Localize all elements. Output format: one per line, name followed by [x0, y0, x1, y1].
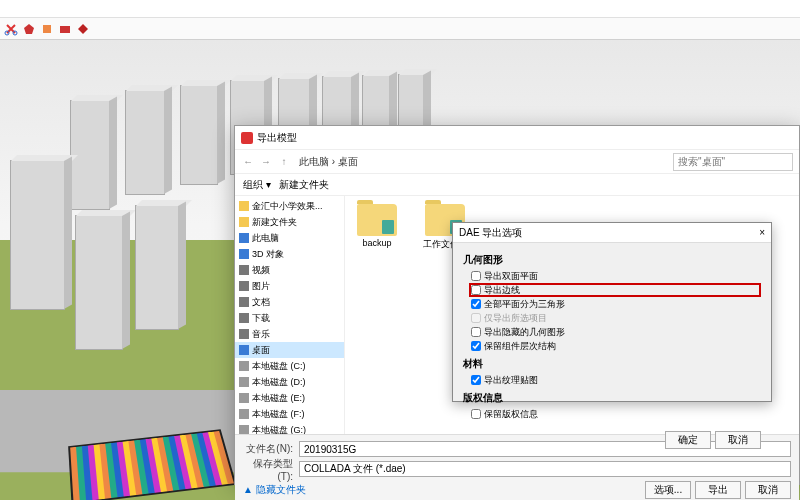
- close-icon[interactable]: ×: [759, 227, 765, 238]
- group-material: 材料: [463, 357, 761, 371]
- nav-forward-icon[interactable]: →: [259, 155, 273, 169]
- toolbar: [0, 18, 800, 40]
- menubar[interactable]: [0, 0, 800, 18]
- chk-texture[interactable]: [471, 375, 481, 385]
- svg-marker-5: [78, 24, 88, 34]
- tree-item[interactable]: 视频: [235, 262, 344, 278]
- search-input[interactable]: [673, 153, 793, 171]
- breadcrumb[interactable]: 此电脑 › 桌面: [295, 155, 669, 169]
- tree-item[interactable]: 音乐: [235, 326, 344, 342]
- tree-item[interactable]: 金汇中小学效果...: [235, 198, 344, 214]
- options-cancel-button[interactable]: 取消: [715, 431, 761, 449]
- toolbar-icon-5[interactable]: [76, 22, 90, 36]
- dialog-titlebar[interactable]: 导出模型: [235, 126, 799, 150]
- dialog-title: 导出模型: [257, 131, 297, 145]
- filename-label: 文件名(N):: [243, 442, 293, 456]
- chk-two-sided[interactable]: [471, 271, 481, 281]
- chk-hidden[interactable]: [471, 327, 481, 337]
- toolbar-icon-3[interactable]: [40, 22, 54, 36]
- tree-item[interactable]: 文档: [235, 294, 344, 310]
- app-icon: [241, 132, 253, 144]
- folder-tree[interactable]: 金汇中小学效果...新建文件夹此电脑3D 对象视频图片文档下载音乐桌面本地磁盘 …: [235, 196, 345, 434]
- filetype-select[interactable]: [299, 461, 791, 477]
- new-folder-button[interactable]: 新建文件夹: [279, 178, 329, 192]
- dialog-nav: ← → ↑ 此电脑 › 桌面: [235, 150, 799, 174]
- chk-copyright[interactable]: [471, 409, 481, 419]
- options-button[interactable]: 选项...: [645, 481, 691, 499]
- group-geometry: 几何图形: [463, 253, 761, 267]
- folder-item[interactable]: backup: [353, 204, 401, 248]
- toolbar-icon-2[interactable]: [22, 22, 36, 36]
- tree-item[interactable]: 本地磁盘 (G:): [235, 422, 344, 434]
- chk-selection: [471, 313, 481, 323]
- chk-hierarchy[interactable]: [471, 341, 481, 351]
- dae-options-dialog: DAE 导出选项 × 几何图形 导出双面平面 导出边线 全部平面分为三角形 仅导…: [452, 222, 772, 402]
- tree-item[interactable]: 本地磁盘 (D:): [235, 374, 344, 390]
- svg-rect-3: [43, 25, 51, 33]
- tree-item[interactable]: 新建文件夹: [235, 214, 344, 230]
- nav-back-icon[interactable]: ←: [241, 155, 255, 169]
- group-copyright: 版权信息: [463, 391, 761, 405]
- dialog-toolbar: 组织 ▾ 新建文件夹: [235, 174, 799, 196]
- tree-item[interactable]: 本地磁盘 (F:): [235, 406, 344, 422]
- options-title: DAE 导出选项: [459, 226, 522, 240]
- toolbar-icon-4[interactable]: [58, 22, 72, 36]
- svg-rect-4: [60, 26, 70, 33]
- tree-item[interactable]: 本地磁盘 (C:): [235, 358, 344, 374]
- nav-up-icon[interactable]: ↑: [277, 155, 291, 169]
- tree-item[interactable]: 桌面: [235, 342, 344, 358]
- chk-triangulate[interactable]: [471, 299, 481, 309]
- toolbar-icon-1[interactable]: [4, 22, 18, 36]
- cancel-button[interactable]: 取消: [745, 481, 791, 499]
- tree-item[interactable]: 此电脑: [235, 230, 344, 246]
- hide-folders-toggle[interactable]: ▲ 隐藏文件夹: [243, 483, 306, 497]
- tree-item[interactable]: 本地磁盘 (E:): [235, 390, 344, 406]
- organize-menu[interactable]: 组织 ▾: [243, 178, 271, 192]
- svg-marker-2: [24, 24, 34, 34]
- chk-edges[interactable]: [471, 285, 481, 295]
- tree-item[interactable]: 3D 对象: [235, 246, 344, 262]
- filetype-label: 保存类型(T):: [243, 457, 293, 482]
- tree-item[interactable]: 图片: [235, 278, 344, 294]
- export-button[interactable]: 导出: [695, 481, 741, 499]
- tree-item[interactable]: 下载: [235, 310, 344, 326]
- options-titlebar[interactable]: DAE 导出选项 ×: [453, 223, 771, 243]
- options-ok-button[interactable]: 确定: [665, 431, 711, 449]
